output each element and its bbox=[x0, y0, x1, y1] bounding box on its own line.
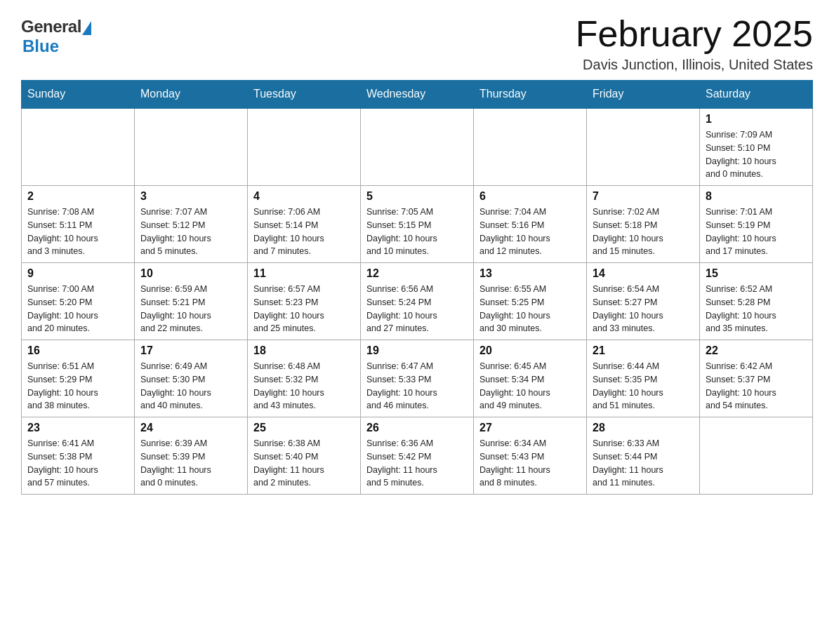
day-number: 7 bbox=[593, 190, 694, 203]
calendar-cell bbox=[700, 417, 813, 495]
day-number: 23 bbox=[27, 422, 128, 434]
day-info: Sunrise: 6:52 AM Sunset: 5:28 PM Dayligh… bbox=[706, 283, 807, 335]
day-number: 28 bbox=[593, 422, 694, 434]
day-info: Sunrise: 6:48 AM Sunset: 5:32 PM Dayligh… bbox=[253, 360, 355, 412]
weekday-header-friday: Friday bbox=[587, 81, 700, 109]
day-number: 3 bbox=[140, 190, 241, 203]
day-info: Sunrise: 7:02 AM Sunset: 5:18 PM Dayligh… bbox=[593, 206, 694, 258]
calendar-body: 1Sunrise: 7:09 AM Sunset: 5:10 PM Daylig… bbox=[22, 108, 813, 495]
day-info: Sunrise: 6:49 AM Sunset: 5:30 PM Dayligh… bbox=[140, 360, 241, 412]
calendar-cell bbox=[22, 108, 135, 186]
day-info: Sunrise: 6:54 AM Sunset: 5:27 PM Dayligh… bbox=[593, 283, 694, 335]
day-number: 13 bbox=[479, 267, 581, 280]
day-info: Sunrise: 6:39 AM Sunset: 5:39 PM Dayligh… bbox=[140, 437, 241, 490]
day-info: Sunrise: 6:42 AM Sunset: 5:37 PM Dayligh… bbox=[706, 360, 807, 412]
logo: General Blue bbox=[21, 14, 91, 56]
calendar-cell: 20Sunrise: 6:45 AM Sunset: 5:34 PM Dayli… bbox=[474, 340, 587, 417]
weekday-header-saturday: Saturday bbox=[700, 81, 813, 109]
weekday-header-wednesday: Wednesday bbox=[361, 81, 474, 109]
calendar-cell: 7Sunrise: 7:02 AM Sunset: 5:18 PM Daylig… bbox=[587, 186, 700, 263]
day-info: Sunrise: 7:07 AM Sunset: 5:12 PM Dayligh… bbox=[140, 206, 241, 258]
day-info: Sunrise: 6:34 AM Sunset: 5:43 PM Dayligh… bbox=[479, 437, 581, 490]
calendar-cell: 17Sunrise: 6:49 AM Sunset: 5:30 PM Dayli… bbox=[135, 340, 248, 417]
day-info: Sunrise: 6:45 AM Sunset: 5:34 PM Dayligh… bbox=[479, 360, 581, 412]
weekday-header-thursday: Thursday bbox=[474, 81, 587, 109]
day-number: 8 bbox=[706, 190, 807, 203]
day-number: 16 bbox=[27, 344, 128, 357]
calendar-cell bbox=[248, 108, 361, 186]
calendar-week-5: 23Sunrise: 6:41 AM Sunset: 5:38 PM Dayli… bbox=[22, 417, 813, 495]
calendar-cell bbox=[587, 108, 700, 186]
weekday-header-tuesday: Tuesday bbox=[248, 81, 361, 109]
calendar-cell: 5Sunrise: 7:05 AM Sunset: 5:15 PM Daylig… bbox=[361, 186, 474, 263]
calendar-cell: 19Sunrise: 6:47 AM Sunset: 5:33 PM Dayli… bbox=[361, 340, 474, 417]
day-info: Sunrise: 6:44 AM Sunset: 5:35 PM Dayligh… bbox=[593, 360, 694, 412]
calendar-week-3: 9Sunrise: 7:00 AM Sunset: 5:20 PM Daylig… bbox=[22, 263, 813, 340]
calendar-cell bbox=[135, 108, 248, 186]
calendar-header: SundayMondayTuesdayWednesdayThursdayFrid… bbox=[22, 81, 813, 109]
calendar-cell: 25Sunrise: 6:38 AM Sunset: 5:40 PM Dayli… bbox=[248, 417, 361, 495]
day-info: Sunrise: 7:06 AM Sunset: 5:14 PM Dayligh… bbox=[253, 206, 355, 258]
calendar-cell: 16Sunrise: 6:51 AM Sunset: 5:29 PM Dayli… bbox=[22, 340, 135, 417]
day-info: Sunrise: 7:08 AM Sunset: 5:11 PM Dayligh… bbox=[27, 206, 128, 258]
day-info: Sunrise: 6:57 AM Sunset: 5:23 PM Dayligh… bbox=[253, 283, 355, 335]
day-number: 4 bbox=[253, 190, 355, 203]
day-number: 12 bbox=[366, 267, 468, 280]
calendar-cell: 2Sunrise: 7:08 AM Sunset: 5:11 PM Daylig… bbox=[22, 186, 135, 263]
calendar-cell: 13Sunrise: 6:55 AM Sunset: 5:25 PM Dayli… bbox=[474, 263, 587, 340]
calendar-week-1: 1Sunrise: 7:09 AM Sunset: 5:10 PM Daylig… bbox=[22, 108, 813, 186]
calendar-cell: 4Sunrise: 7:06 AM Sunset: 5:14 PM Daylig… bbox=[248, 186, 361, 263]
day-number: 15 bbox=[706, 267, 807, 280]
day-number: 17 bbox=[140, 344, 241, 357]
day-number: 21 bbox=[593, 344, 694, 357]
calendar-cell: 8Sunrise: 7:01 AM Sunset: 5:19 PM Daylig… bbox=[700, 186, 813, 263]
calendar-cell: 26Sunrise: 6:36 AM Sunset: 5:42 PM Dayli… bbox=[361, 417, 474, 495]
day-info: Sunrise: 6:33 AM Sunset: 5:44 PM Dayligh… bbox=[593, 437, 694, 490]
calendar-cell: 1Sunrise: 7:09 AM Sunset: 5:10 PM Daylig… bbox=[700, 108, 813, 186]
logo-blue-text: Blue bbox=[22, 36, 59, 55]
day-number: 9 bbox=[27, 267, 128, 280]
day-info: Sunrise: 7:04 AM Sunset: 5:16 PM Dayligh… bbox=[479, 206, 581, 258]
weekday-header-row: SundayMondayTuesdayWednesdayThursdayFrid… bbox=[22, 81, 813, 109]
calendar-cell: 15Sunrise: 6:52 AM Sunset: 5:28 PM Dayli… bbox=[700, 263, 813, 340]
calendar-cell: 28Sunrise: 6:33 AM Sunset: 5:44 PM Dayli… bbox=[587, 417, 700, 495]
day-number: 10 bbox=[140, 267, 241, 280]
calendar-cell: 18Sunrise: 6:48 AM Sunset: 5:32 PM Dayli… bbox=[248, 340, 361, 417]
day-info: Sunrise: 6:41 AM Sunset: 5:38 PM Dayligh… bbox=[27, 437, 128, 490]
day-info: Sunrise: 7:09 AM Sunset: 5:10 PM Dayligh… bbox=[706, 128, 807, 181]
logo-general-text: General bbox=[21, 17, 81, 36]
day-info: Sunrise: 7:01 AM Sunset: 5:19 PM Dayligh… bbox=[706, 206, 807, 258]
weekday-header-monday: Monday bbox=[135, 81, 248, 109]
day-number: 14 bbox=[593, 267, 694, 280]
month-title: February 2025 bbox=[576, 14, 813, 54]
page-header: General Blue February 2025 Davis Junctio… bbox=[21, 14, 813, 73]
calendar-cell: 12Sunrise: 6:56 AM Sunset: 5:24 PM Dayli… bbox=[361, 263, 474, 340]
day-number: 11 bbox=[253, 267, 355, 280]
calendar-week-4: 16Sunrise: 6:51 AM Sunset: 5:29 PM Dayli… bbox=[22, 340, 813, 417]
calendar-cell: 3Sunrise: 7:07 AM Sunset: 5:12 PM Daylig… bbox=[135, 186, 248, 263]
title-area: February 2025 Davis Junction, Illinois, … bbox=[576, 14, 813, 73]
calendar-week-2: 2Sunrise: 7:08 AM Sunset: 5:11 PM Daylig… bbox=[22, 186, 813, 263]
calendar-cell bbox=[361, 108, 474, 186]
day-info: Sunrise: 6:47 AM Sunset: 5:33 PM Dayligh… bbox=[366, 360, 468, 412]
calendar-cell: 9Sunrise: 7:00 AM Sunset: 5:20 PM Daylig… bbox=[22, 263, 135, 340]
day-number: 18 bbox=[253, 344, 355, 357]
day-number: 24 bbox=[140, 422, 241, 434]
day-info: Sunrise: 6:36 AM Sunset: 5:42 PM Dayligh… bbox=[366, 437, 468, 490]
calendar-cell: 27Sunrise: 6:34 AM Sunset: 5:43 PM Dayli… bbox=[474, 417, 587, 495]
day-number: 20 bbox=[479, 344, 581, 357]
day-info: Sunrise: 6:38 AM Sunset: 5:40 PM Dayligh… bbox=[253, 437, 355, 490]
day-info: Sunrise: 6:56 AM Sunset: 5:24 PM Dayligh… bbox=[366, 283, 468, 335]
day-number: 5 bbox=[366, 190, 468, 203]
day-number: 26 bbox=[366, 422, 468, 434]
day-info: Sunrise: 6:55 AM Sunset: 5:25 PM Dayligh… bbox=[479, 283, 581, 335]
day-number: 1 bbox=[706, 113, 807, 126]
day-number: 27 bbox=[479, 422, 581, 434]
day-number: 2 bbox=[27, 190, 128, 203]
calendar-cell: 22Sunrise: 6:42 AM Sunset: 5:37 PM Dayli… bbox=[700, 340, 813, 417]
day-number: 25 bbox=[253, 422, 355, 434]
day-number: 22 bbox=[706, 344, 807, 357]
logo-chevron-icon bbox=[82, 21, 91, 35]
calendar-cell: 14Sunrise: 6:54 AM Sunset: 5:27 PM Dayli… bbox=[587, 263, 700, 340]
day-info: Sunrise: 6:51 AM Sunset: 5:29 PM Dayligh… bbox=[27, 360, 128, 412]
